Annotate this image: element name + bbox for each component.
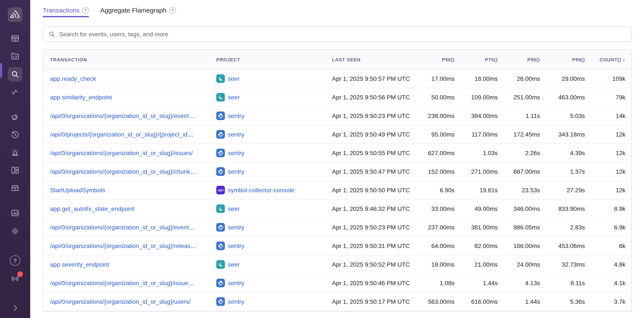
sidebar-item-insights[interactable] [8,85,22,99]
transaction-link[interactable]: /api/0/organizations/{organization_id_or… [50,279,188,286]
project-link[interactable]: sentry [228,242,244,249]
search-icon [10,70,20,79]
project-platform-icon [216,279,225,287]
seer-icon [217,261,224,268]
project-link[interactable]: seer [228,75,240,82]
tab-transactions[interactable]: Transactions ? [43,7,89,17]
p50-cell: 6.90s [412,187,454,194]
sentry-logo[interactable] [8,7,22,22]
sidebar-active-indicator [0,63,2,78]
transaction-link[interactable]: app.get_autofix_state_endpoint [50,205,134,212]
project-cell: sentry [216,223,332,232]
python-icon [217,168,224,175]
help-circle-icon[interactable]: ? [82,7,89,14]
python-icon [217,280,224,286]
count-cell: 14k [585,112,626,119]
project-link[interactable]: sentry [228,224,244,231]
transaction-link[interactable]: /api/0/organizations/{organization_id_or… [50,298,190,305]
sidebar-item-explore[interactable] [8,49,22,64]
sidebar-item-help[interactable]: ? [8,253,22,268]
column-header-count[interactable]: Count()↓ [585,56,626,63]
project-link[interactable]: seer [228,261,240,268]
expand-sidebar-button[interactable] [8,301,22,315]
search-bar[interactable] [43,26,632,42]
project-cell: .NET symbol-collector-console [216,186,332,194]
table-row: /api/0/organizations/{organization_id_or… [43,162,632,181]
transaction-cell: /api/0/organizations/{organization_id_or… [50,242,216,249]
project-link[interactable]: sentry [228,112,244,119]
column-header-project[interactable]: Project [216,57,332,62]
p50-cell: 33.00ms [412,205,454,212]
transaction-link[interactable]: app.severity_endpoint [50,261,109,268]
transactions-table: Transaction Project Last Seen P50() P75(… [43,49,632,311]
table-row: /api/0/organizations/{organization_id_or… [43,107,632,125]
sidebar-item-stats[interactable] [8,206,22,220]
p95-cell: 166.00ms [498,242,540,249]
sidebar-item-replays[interactable] [8,127,22,142]
project-cell: sentry [216,130,332,139]
p50-cell: 95.00ms [412,131,454,138]
transaction-cell: /api/0/organizations/{organization_id_or… [50,150,216,156]
column-header-p99[interactable]: P99() [540,57,585,62]
project-link[interactable]: symbol-collector-console [228,187,294,194]
tab-aggregate-flamegraph[interactable]: Aggregate Flamegraph ? [100,7,176,17]
sidebar-item-settings[interactable] [8,224,22,238]
help-circle-icon[interactable]: ? [169,7,176,14]
project-platform-icon [216,297,225,306]
transaction-link[interactable]: StartUploadSymbols [50,187,105,194]
truncation-ellipsis: … [190,168,196,175]
transaction-link[interactable]: /api/0/organizations/{organization_id_or… [50,168,190,175]
p75-cell: 616.00ms [454,298,498,305]
column-header-p75[interactable]: P75() [454,57,498,62]
project-link[interactable]: sentry [228,279,244,286]
sidebar: ? [0,0,30,318]
project-link[interactable]: sentry [228,131,244,138]
column-header-transaction[interactable]: Transaction [50,57,216,62]
column-header-last-seen[interactable]: Last Seen [332,57,412,62]
sidebar-item-alerts[interactable] [8,110,22,124]
p99-cell: 5.36s [540,298,585,305]
transaction-link[interactable]: /api/0/projects/{organization_id_or_slug… [50,131,188,138]
sidebar-item-dashboards[interactable] [8,163,22,178]
truncation-ellipsis: … [188,279,194,286]
column-header-p95[interactable]: P95() [498,57,540,62]
sidebar-item-whats-new[interactable] [8,271,22,286]
last-seen-cell: Apr 1, 2025 9:50:47 PM UTC [332,168,412,175]
last-seen-cell: Apr 1, 2025 9:46:32 PM UTC [332,205,412,212]
transaction-link[interactable]: /api/0/organizations/{organization_id_or… [50,242,190,249]
last-seen-cell: Apr 1, 2025 9:50:57 PM UTC [332,75,412,82]
project-link[interactable]: sentry [228,150,244,156]
last-seen-cell: Apr 1, 2025 9:50:46 PM UTC [332,279,412,286]
table-row: app.ready_check seer Apr 1, 2025 9:50:57… [43,70,632,88]
search-input[interactable] [59,31,626,38]
sidebar-item-issues[interactable] [8,31,22,46]
transaction-link[interactable]: /api/0/organizations/{organization_id_or… [50,224,189,231]
project-link[interactable]: sentry [228,168,244,175]
p99-cell: 343.18ms [540,131,585,138]
sidebar-item-crons[interactable] [8,145,22,160]
sidebar-item-releases[interactable] [8,181,22,195]
p99-cell: 29.00ms [540,75,585,82]
transaction-link[interactable]: /api/0/organizations/{organization_id_or… [50,112,189,119]
seer-icon [217,75,224,82]
transaction-link[interactable]: /api/0/organizations/{organization_id_or… [50,150,193,156]
truncation-ellipsis: … [189,112,195,119]
count-cell: 6k [585,242,626,249]
transaction-cell: StartUploadSymbols [50,187,216,194]
column-header-p50[interactable]: P50() [412,57,454,62]
p75-cell: 117.00ms [454,131,498,138]
project-platform-icon [216,112,225,120]
app-window: ? Transactions ? [0,0,644,318]
project-link[interactable]: sentry [228,298,244,305]
last-seen-cell: Apr 1, 2025 9:50:50 PM UTC [332,187,412,194]
p75-cell: 384.00ms [454,112,498,119]
sidebar-item-search[interactable] [8,67,22,82]
p95-cell: 1.11s [498,112,540,119]
transaction-link[interactable]: app.similarity_endpoint [50,94,112,101]
p75-cell: 49.00ms [454,205,498,212]
p50-cell: 563.00ms [412,298,454,305]
transaction-link[interactable]: app.ready_check [50,75,96,82]
project-link[interactable]: seer [228,94,240,101]
p99-cell: 32.73ms [540,261,585,268]
project-link[interactable]: seer [228,205,240,212]
